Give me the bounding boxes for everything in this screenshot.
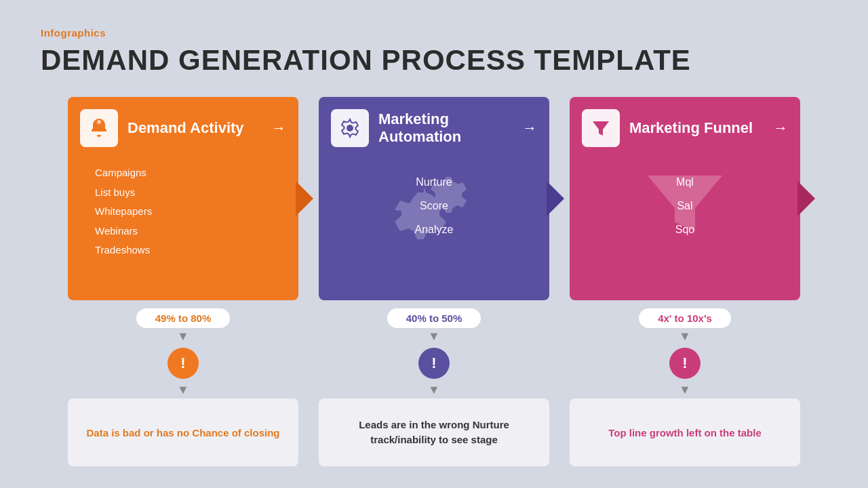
note-text-demand: Data is bad or has no Chance of closing xyxy=(86,426,279,440)
card-header-auto: Marketing Automation → xyxy=(319,97,549,157)
alert-label-demand: ! xyxy=(180,354,185,372)
chevron-demand xyxy=(296,181,313,216)
card-marketing-automation: Marketing Automation → Nurture Score Ana… xyxy=(319,97,549,300)
down-arrow2-auto: ▼ xyxy=(428,383,440,397)
alert-label-auto: ! xyxy=(431,354,436,372)
gear-icon xyxy=(338,117,361,140)
list-item: Campaigns xyxy=(95,163,152,183)
bg-gear-icon xyxy=(387,165,481,247)
arrow-right-funnel: → xyxy=(773,119,788,137)
down-arrow-funnel: ▼ xyxy=(679,329,691,344)
column-marketing-funnel: Marketing Funnel → Mql Sal Sqo xyxy=(570,97,800,466)
arrow-right-demand: → xyxy=(271,119,286,137)
alert-label-funnel: ! xyxy=(682,354,687,372)
columns-container: Demand Activity → Campaigns List buys Wh… xyxy=(41,97,827,466)
page-title: DEMAND GENERATION PROCESS TEMPLATE xyxy=(41,44,827,77)
card-body-demand: Campaigns List buys Whitepapers Webinars… xyxy=(68,157,298,267)
list-items-demand: Campaigns List buys Whitepapers Webinars… xyxy=(95,163,152,260)
icon-box-funnel xyxy=(582,109,620,147)
connector-demand: 49% to 80% ▼ ! ▼ xyxy=(68,300,298,399)
card-header-demand: Demand Activity → xyxy=(68,97,298,157)
bell-icon xyxy=(87,117,111,140)
card-title-auto: Marketing Automation xyxy=(378,110,513,146)
note-card-funnel: Top line growth left on the table xyxy=(570,399,800,466)
list-item: Webinars xyxy=(95,222,152,241)
category-label: Infographics xyxy=(41,27,827,39)
icon-box-gear xyxy=(331,109,369,147)
card-marketing-funnel: Marketing Funnel → Mql Sal Sqo xyxy=(570,97,800,300)
note-card-demand: Data is bad or has no Chance of closing xyxy=(68,399,298,466)
funnel-icon xyxy=(589,117,612,140)
pct-pill-funnel: 4x' to 10x's xyxy=(639,308,731,328)
card-body-funnel: Mql Sal Sqo xyxy=(570,157,800,269)
alert-circle-auto: ! xyxy=(418,348,450,379)
column-marketing-automation: Marketing Automation → Nurture Score Ana… xyxy=(319,97,549,466)
icon-box-bell xyxy=(80,109,118,147)
connector-funnel: 4x' to 10x's ▼ ! ▼ xyxy=(570,300,800,399)
alert-circle-demand: ! xyxy=(167,348,199,379)
note-text-auto: Leads are in the wrong Nurture track/ina… xyxy=(331,418,537,448)
note-text-funnel: Top line growth left on the table xyxy=(608,426,762,440)
list-item: List buys xyxy=(95,183,152,203)
chevron-auto xyxy=(547,181,564,216)
note-card-auto: Leads are in the wrong Nurture track/ina… xyxy=(319,399,549,466)
chevron-funnel xyxy=(797,181,815,216)
page: Infographics DEMAND GENERATION PROCESS T… xyxy=(0,0,868,488)
down-arrow2-demand: ▼ xyxy=(177,383,189,397)
card-body-auto: Nurture Score Analyze xyxy=(319,157,549,269)
down-arrow-demand: ▼ xyxy=(177,329,189,344)
connector-auto: 40% to 50% ▼ ! ▼ xyxy=(319,300,549,399)
card-demand-activity: Demand Activity → Campaigns List buys Wh… xyxy=(68,97,298,300)
card-title-funnel: Marketing Funnel xyxy=(629,119,753,137)
bg-funnel-icon xyxy=(641,165,729,247)
svg-point-0 xyxy=(97,120,101,124)
down-arrow2-funnel: ▼ xyxy=(679,383,691,397)
list-item: Whitepapers xyxy=(95,202,152,222)
card-title-demand: Demand Activity xyxy=(127,119,244,137)
arrow-right-auto: → xyxy=(522,119,537,137)
column-demand-activity: Demand Activity → Campaigns List buys Wh… xyxy=(68,97,298,466)
pct-pill-demand: 49% to 80% xyxy=(136,308,231,328)
down-arrow-auto: ▼ xyxy=(428,329,440,344)
card-header-funnel: Marketing Funnel → xyxy=(570,97,800,157)
alert-circle-funnel: ! xyxy=(669,348,701,379)
svg-point-1 xyxy=(347,125,353,131)
list-item: Tradeshows xyxy=(95,241,152,260)
pct-pill-auto: 40% to 50% xyxy=(387,308,481,328)
